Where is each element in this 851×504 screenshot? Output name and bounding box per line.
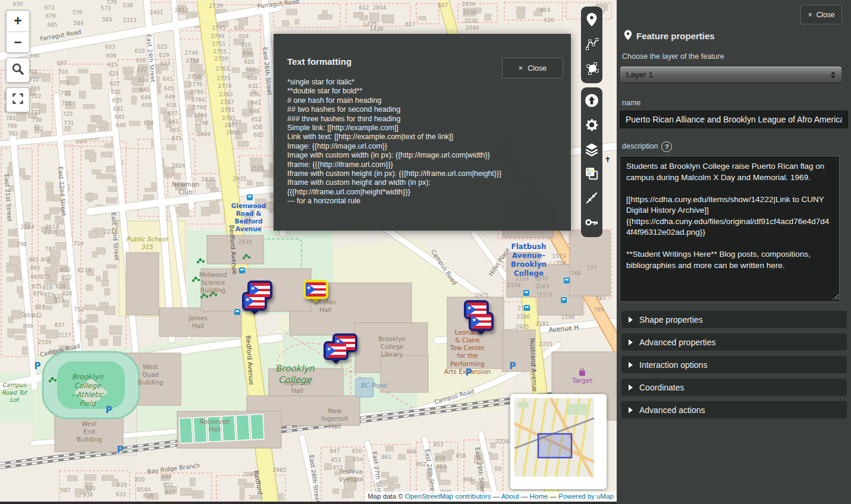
description-textarea[interactable]: Students at Brooklyn College raise Puert…	[620, 156, 840, 302]
feature-marker-navy[interactable]: ★	[324, 341, 348, 366]
attribution-prefix: Map data ©	[368, 493, 405, 500]
manage-layers-icon	[584, 141, 599, 159]
fullscreen-icon	[12, 93, 24, 107]
properties-accordion: Shape propertiesAdvanced propertiesInter…	[621, 311, 847, 424]
formatting-help-line: Image with custom width (in px): {{http:…	[287, 151, 501, 160]
formatting-help-line: *single star for italic*	[287, 78, 501, 87]
chevron-right-icon	[629, 317, 633, 323]
fullscreen-button[interactable]	[6, 87, 30, 112]
draw-polygon-button[interactable]	[581, 57, 602, 81]
formatting-help-line: {{{http://iframe.url.com|height*width}}}	[287, 188, 501, 197]
feature-marker-yellow[interactable]: ★	[303, 280, 328, 305]
name-label: name	[622, 99, 640, 107]
attribution-link[interactable]: Powered by uMap	[558, 493, 614, 500]
formatting-help-text: *single star for italic***double star fo…	[287, 78, 501, 206]
resize-grip[interactable]	[833, 294, 839, 300]
draw-marker-button[interactable]	[581, 8, 602, 33]
center-map-button[interactable]	[581, 187, 602, 211]
section-coordinates[interactable]: Coordinates	[621, 379, 847, 396]
text-formatting-dialog: Text formatting × Close *single star for…	[274, 34, 571, 231]
close-icon: ×	[519, 64, 523, 73]
attribution-link[interactable]: OpenStreetMap contributors	[405, 493, 491, 500]
chevron-right-icon	[629, 362, 633, 368]
panel-title: Feature properties	[624, 30, 715, 42]
close-icon: ×	[808, 11, 812, 19]
manage-layers-button[interactable]	[581, 138, 602, 162]
feature-marker-navy[interactable]: ★	[469, 312, 494, 337]
draw-marker-icon	[585, 12, 598, 29]
layer-select[interactable]: Layer 1	[620, 67, 841, 83]
zoom-out-button[interactable]: −	[7, 32, 29, 53]
name-input[interactable]	[620, 111, 848, 128]
formatting-help-line: **double star for bold**	[287, 87, 501, 96]
formatting-help-line: ### three hashes for third heading	[287, 115, 501, 124]
search-icon	[11, 62, 24, 78]
section-advanced-actions[interactable]: Advanced actions	[621, 401, 847, 418]
zoom-control: + −	[6, 10, 30, 53]
import-data-button[interactable]	[581, 89, 602, 114]
edit-toolbar	[581, 87, 602, 237]
formatting-help-line: # one hash for main heading	[287, 96, 501, 105]
section-shape-properties[interactable]: Shape properties	[621, 311, 847, 328]
chevron-right-icon	[629, 407, 633, 413]
draw-polyline-button[interactable]	[581, 33, 602, 57]
map-settings-button[interactable]	[581, 114, 602, 138]
change-tilelayers-icon	[584, 166, 599, 184]
umap-editor-window: Farragut RoadFarragut RoadEast 24th Stre…	[0, 0, 851, 504]
draw-polyline-icon	[585, 37, 599, 53]
feature-properties-panel: × Close Feature properties Choose the la…	[617, 0, 851, 504]
formatting-help-line: Simple link: [[http://example.com]]	[287, 124, 501, 133]
chevron-right-icon	[629, 385, 633, 390]
formatting-help-line: --- for a horizontal rule	[287, 197, 501, 206]
minimap-viewport	[538, 434, 571, 458]
attribution-bar: Map data © OpenStreetMap contributors — …	[365, 492, 617, 502]
puerto-rico-flag-icon: ★	[471, 314, 491, 329]
section-advanced-properties[interactable]: Advanced properties	[621, 333, 847, 351]
update-permissions-icon	[584, 215, 599, 232]
puerto-rico-flag-icon: ★	[306, 282, 326, 297]
formatting-help-line: ## two hashes for second heading	[287, 105, 501, 114]
minimap[interactable]	[510, 394, 607, 489]
change-tilelayers-button[interactable]	[581, 162, 602, 187]
draw-polygon-icon	[585, 61, 599, 78]
import-data-icon	[584, 93, 599, 111]
formatting-help-line: Image: {{http://image.url.com}}	[287, 142, 501, 151]
description-label: description?	[622, 141, 672, 152]
section-interaction-options[interactable]: Interaction options	[621, 356, 847, 373]
feature-marker-navy[interactable]: ★	[242, 292, 267, 317]
center-map-icon	[584, 190, 599, 208]
marker-pin-icon	[624, 30, 632, 42]
formatting-help-line: Iframe with custom height (in px): {{{ht…	[287, 169, 501, 178]
formatting-help-line: Iframe with custom height and width (in …	[287, 178, 501, 187]
minimap-tiles	[514, 398, 594, 477]
select-arrows-icon	[831, 71, 836, 78]
attribution-link[interactable]: Home	[530, 493, 548, 500]
puerto-rico-flag-icon: ★	[244, 294, 265, 308]
formatting-help-line: Iframe: {{{http://iframe.url.com}}}	[287, 160, 501, 169]
attribution-link[interactable]: About	[501, 493, 519, 500]
panel-close-button[interactable]: × Close	[800, 5, 842, 24]
puerto-rico-flag-icon: ★	[326, 344, 346, 358]
search-button[interactable]	[6, 58, 30, 83]
zoom-in-button[interactable]: +	[7, 11, 29, 32]
draw-toolbar	[581, 7, 602, 83]
dialog-close-button[interactable]: × Close	[502, 58, 563, 78]
chevron-right-icon	[629, 339, 633, 345]
formatting-help-line: Link with text: [[http://example.com|tex…	[287, 133, 501, 141]
update-permissions-button[interactable]	[581, 211, 602, 235]
dialog-title: Text formatting	[287, 56, 351, 67]
help-icon[interactable]: ?	[661, 141, 672, 152]
map-settings-icon	[584, 117, 599, 135]
layer-label: Choose the layer of the feature	[622, 52, 724, 61]
bottom-strip	[0, 502, 617, 504]
